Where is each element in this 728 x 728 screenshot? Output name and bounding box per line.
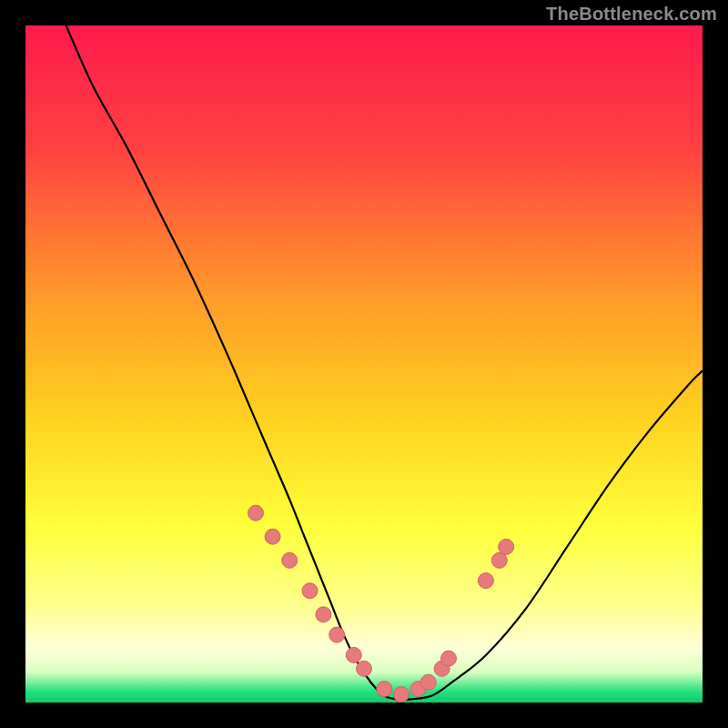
plot-area [25, 25, 703, 703]
svg-rect-0 [25, 25, 703, 703]
watermark-text: TheBottleneck.com [546, 4, 717, 25]
chart-frame: TheBottleneck.com [0, 0, 728, 728]
background-gradient [25, 25, 703, 703]
